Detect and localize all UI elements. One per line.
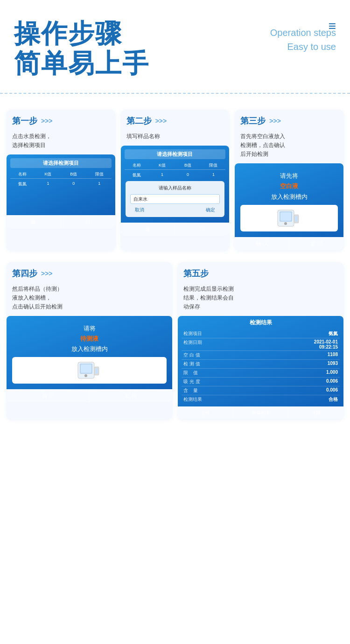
step2-dialog: 请输入样品名称 取消 确定: [126, 181, 225, 217]
step1-table-row: 氨氮101: [10, 180, 112, 188]
step3-btn-confirm[interactable]: 确 认: [235, 238, 289, 250]
results-row-1: 检测日期 2021-02-0109:22:15: [182, 338, 340, 351]
step1-bottom-btns: 返 回: [7, 215, 115, 228]
step5-btn-continue[interactable]: 继续检测: [233, 407, 288, 419]
step3-title: 第三步 >>>: [240, 115, 338, 126]
step3-screen-text: 请先将 空白液 放入检测槽内: [238, 167, 340, 203]
step5-title: 第五步: [183, 268, 338, 279]
device-svg: [273, 208, 306, 229]
step4-title: 第四步 >>>: [12, 268, 167, 279]
svg-rect-2: [280, 212, 291, 221]
step2-confirm-btn[interactable]: 确定: [206, 207, 215, 213]
svg-rect-11: [95, 368, 98, 374]
step3-device-display: [240, 205, 338, 231]
step2-dialog-btns: 取消 确定: [130, 207, 220, 213]
step4-btn-back[interactable]: 返 回: [89, 390, 172, 402]
step-card-5: 第五步 检测完成后显示检测结果，检测结果会自动保存 检测结果 检测项目氨氮 检测…: [178, 262, 343, 420]
step2-desc: 填写样品名称: [121, 129, 230, 146]
step2-screen: 请选择检测项目 名称K值B值限值 氨氮101 请输入样品名称 取消 确定: [121, 146, 230, 236]
svg-point-3: [284, 222, 287, 225]
step2-dialog-title: 请输入样品名称: [130, 185, 220, 191]
results-row-5: 吸 光 度0.006: [182, 378, 340, 386]
step1-screen: 请选择检测项目 名称K值B值限值 氨氮101 返 回: [7, 154, 115, 228]
results-row-4: 限 值1.000: [182, 369, 340, 378]
svg-rect-8: [81, 364, 91, 373]
step-card-4: 第四步 >>> 然后将样品（待测）液放入检测槽，点击确认后开始检测 请将 待测液…: [7, 262, 172, 420]
step4-screen: 请将 待测液 放入检测槽内 确 定 返 回: [7, 316, 172, 402]
title-en: Operation steps Easy to use: [270, 26, 336, 54]
step3-btn-back[interactable]: 返 回: [289, 238, 343, 250]
step-card-1: 第一步 >>> 点击水质检测，选择检测项目 请选择检测项目 名称K值B值限值 氨…: [7, 110, 115, 250]
svg-point-9: [84, 374, 87, 377]
step1-table-header: 名称K值B值限值: [10, 170, 112, 179]
step4-btn-confirm[interactable]: 确 定: [7, 390, 89, 402]
step4-desc: 然后将样品（待测）液放入检测槽，点击确认后开始检测: [7, 282, 172, 316]
step5-btn-upload[interactable]: 上传: [178, 407, 233, 419]
step3-bottom-btns: 确 认 返 回: [235, 237, 343, 250]
svg-rect-5: [295, 216, 298, 222]
step1-desc: 点击水质检测，选择检测项目: [7, 129, 115, 154]
step1-btn-back[interactable]: 返: [7, 216, 61, 228]
page-header: ≡ 操作步骤 简单易上手 Operation steps Easy to use: [0, 0, 350, 88]
step4-device-svg: [73, 360, 106, 381]
results-row-0: 检测项目氨氮: [182, 329, 340, 338]
results-row-2: 空 白 值1108: [182, 351, 340, 360]
step3-desc: 首先将空白液放入检测槽，点击确认后开始检测: [235, 129, 343, 164]
step1-title: 第一步 >>>: [12, 115, 110, 126]
step2-bottom-btns: 返 回: [121, 223, 230, 236]
step5-screen: 检测结果 检测项目氨氮 检测日期 2021-02-0109:22:15 空 白 …: [178, 316, 343, 419]
step2-table-header: 名称K值B值限值: [125, 161, 226, 170]
step2-screen-title: 请选择检测项目: [125, 149, 226, 159]
step2-btn-back[interactable]: 返: [121, 223, 175, 236]
step1-screen-title: 请选择检测项目: [10, 158, 112, 168]
bottom-steps-grid: 第四步 >>> 然后将样品（待测）液放入检测槽，点击确认后开始检测 请将 待测液…: [0, 262, 350, 420]
step2-title: 第二步 >>>: [126, 115, 224, 126]
step5-desc: 检测完成后显示检测结果，检测结果会自动保存: [178, 282, 343, 316]
results-row-3: 检 测 值1093: [182, 360, 340, 369]
step-card-3: 第三步 >>> 首先将空白液放入检测槽，点击确认后开始检测 请先将 空白液 放入…: [235, 110, 343, 250]
section-divider: [0, 93, 350, 94]
results-row-7: 检测结果合格: [182, 395, 340, 404]
step2-table-row: 氨氮101: [125, 171, 226, 179]
step4-screen-text: 请将 待测液 放入检测槽内: [10, 320, 168, 355]
step2-dialog-input[interactable]: [130, 194, 220, 204]
step2-btn-return[interactable]: 回: [175, 223, 230, 236]
step4-device-display: [12, 357, 167, 384]
step1-btn-return[interactable]: 回: [61, 216, 115, 228]
step4-bottom-btns: 确 定 返 回: [7, 389, 172, 402]
step5-btn-back[interactable]: 返回: [288, 407, 343, 419]
step5-bottom-btns: 上传 继续检测 返回: [178, 406, 343, 419]
results-row-6: 含 量0.006: [182, 386, 340, 395]
step3-screen: 请先将 空白液 放入检测槽内 确 认: [235, 163, 343, 250]
step-card-2: 第二步 >>> 填写样品名称 请选择检测项目 名称K值B值限值 氨氮101 请输…: [121, 110, 230, 250]
results-title: 检测结果: [182, 319, 340, 327]
step2-cancel-btn[interactable]: 取消: [135, 207, 144, 213]
top-steps-grid: 第一步 >>> 点击水质检测，选择检测项目 请选择检测项目 名称K值B值限值 氨…: [0, 110, 350, 250]
